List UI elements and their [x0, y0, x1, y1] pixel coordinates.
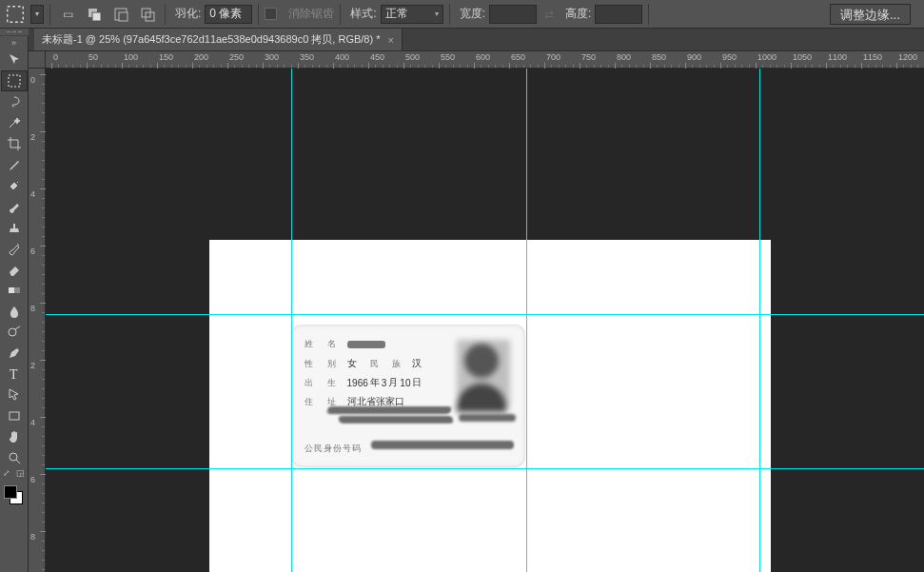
- id-label-dob: 出 生: [305, 377, 342, 389]
- style-label: 样式:: [350, 6, 376, 22]
- svg-rect-4: [119, 12, 128, 21]
- vertical-ruler[interactable]: 024682468: [29, 69, 46, 572]
- id-dob-year: 1966: [347, 378, 368, 388]
- healing-brush-tool-icon[interactable]: [1, 175, 28, 196]
- redaction: [338, 416, 453, 424]
- redaction: [371, 441, 514, 449]
- eraser-tool-icon[interactable]: [1, 259, 28, 280]
- selection-add-icon[interactable]: [83, 4, 106, 25]
- guide-vertical[interactable]: [759, 69, 760, 572]
- id-row-idnum: 公民身份号码: [305, 443, 362, 455]
- tool-preset-dropdown[interactable]: ▾: [30, 5, 44, 24]
- eyedropper-tool-icon[interactable]: [1, 154, 28, 175]
- lasso-tool-icon[interactable]: [1, 91, 28, 112]
- id-dob-month: 3: [382, 378, 387, 388]
- id-label-sex: 性 别: [305, 358, 342, 370]
- antialias-checkbox: [265, 8, 277, 20]
- style-select[interactable]: 正常 ▾: [381, 5, 443, 24]
- width-input: [489, 5, 537, 24]
- swatch-mini-controls[interactable]: ⤢◲: [0, 468, 28, 478]
- gradient-tool-icon[interactable]: [1, 280, 28, 301]
- marquee-tool-indicator-icon[interactable]: [4, 4, 27, 25]
- move-tool-icon[interactable]: [1, 49, 28, 70]
- svg-rect-12: [10, 412, 19, 420]
- hand-tool-icon[interactable]: [1, 426, 28, 447]
- swap-dimensions-icon: ⇄: [541, 8, 558, 21]
- zoom-tool-icon[interactable]: [1, 447, 28, 468]
- svg-rect-9: [9, 287, 14, 293]
- separator: [258, 4, 259, 25]
- toolbox-grip[interactable]: [0, 29, 29, 36]
- selection-intersect-icon[interactable]: [136, 4, 159, 25]
- id-label-name: 姓 名: [305, 338, 342, 350]
- id-photo: [457, 340, 510, 408]
- color-swatches[interactable]: [0, 482, 27, 508]
- refine-edge-button[interactable]: 调整边缘...: [830, 4, 911, 25]
- selection-subtract-icon[interactable]: [109, 4, 132, 25]
- dodge-tool-icon[interactable]: [1, 322, 28, 343]
- id-row-dob: 出 生 1966 年 3 月 10 日: [305, 376, 423, 389]
- clone-stamp-tool-icon[interactable]: [1, 217, 28, 238]
- feather-input[interactable]: [205, 5, 252, 24]
- id-card-image: 姓 名 性 别 女 民 族 汉 出 生 1966 年 3 月 10 日 住 址 …: [291, 325, 525, 467]
- chevron-down-icon: ▾: [435, 10, 439, 18]
- guide-horizontal[interactable]: [46, 468, 924, 469]
- ruler-origin[interactable]: [29, 51, 46, 69]
- path-selection-tool-icon[interactable]: [1, 385, 28, 405]
- separator: [648, 4, 649, 25]
- svg-rect-7: [9, 75, 20, 87]
- guide-vertical[interactable]: [526, 69, 527, 572]
- options-bar: ▾ ▭ 羽化: 消除锯齿 样式: 正常 ▾ 宽度: ⇄ 高度: 调整边缘...: [0, 0, 924, 29]
- document-viewport[interactable]: 姓 名 性 别 女 民 族 汉 出 生 1966 年 3 月 10 日 住 址 …: [46, 69, 924, 572]
- redaction: [459, 414, 516, 422]
- id-row-sex: 性 别 女 民 族 汉: [305, 357, 422, 370]
- rectangle-shape-tool-icon[interactable]: [1, 405, 28, 426]
- type-tool-icon[interactable]: T: [1, 364, 28, 385]
- height-input: [595, 5, 642, 24]
- redaction: [326, 406, 452, 414]
- brush-tool-icon[interactable]: [1, 196, 28, 217]
- foreground-color-swatch[interactable]: [4, 485, 17, 499]
- svg-rect-2: [92, 12, 101, 21]
- id-val-ethnic: 汉: [412, 357, 422, 370]
- separator: [49, 4, 50, 25]
- separator: [165, 4, 166, 25]
- separator: [340, 4, 341, 25]
- magic-wand-tool-icon[interactable]: [1, 112, 28, 133]
- horizontal-ruler[interactable]: 0501001502002503003504004505005506006507…: [46, 51, 924, 69]
- pen-tool-icon[interactable]: [1, 343, 28, 364]
- id-label-idnum: 公民身份号码: [305, 443, 362, 455]
- toolbox: » T ⤢◲: [0, 29, 29, 572]
- close-icon[interactable]: ×: [387, 34, 393, 46]
- blur-tool-icon[interactable]: [1, 301, 28, 322]
- id-val-sex: 女: [347, 357, 357, 370]
- width-label: 宽度:: [460, 6, 485, 22]
- guide-vertical[interactable]: [291, 69, 292, 572]
- crop-tool-icon[interactable]: [1, 133, 28, 154]
- svg-text:T: T: [10, 367, 18, 382]
- style-select-value: 正常: [385, 6, 408, 22]
- toolbox-collapse-icon[interactable]: »: [0, 36, 28, 49]
- marquee-tool-icon[interactable]: [1, 70, 28, 91]
- id-dob-day: 10: [400, 378, 410, 388]
- svg-point-10: [9, 328, 16, 336]
- guide-horizontal[interactable]: [46, 314, 924, 315]
- height-label: 高度:: [565, 6, 591, 22]
- separator: [449, 4, 450, 25]
- id-row-name: 姓 名: [305, 338, 385, 350]
- id-label-ethnic: 民 族: [370, 358, 407, 370]
- svg-point-13: [10, 453, 17, 461]
- document-tab[interactable]: 未标题-1 @ 25% (97a645f3ce762d11ae538e0d943…: [34, 29, 403, 50]
- document-tab-title: 未标题-1 @ 25% (97a645f3ce762d11ae538e0d943…: [42, 32, 380, 47]
- svg-rect-0: [8, 6, 24, 22]
- id-name-redacted: [347, 341, 385, 348]
- history-brush-tool-icon[interactable]: [1, 238, 28, 259]
- antialias-label: 消除锯齿: [288, 6, 334, 22]
- canvas-area: 0501001502002503003504004505005506006507…: [29, 51, 924, 572]
- selection-new-icon[interactable]: ▭: [56, 4, 79, 25]
- feather-label: 羽化:: [175, 6, 201, 22]
- document-tab-bar: 未标题-1 @ 25% (97a645f3ce762d11ae538e0d943…: [0, 29, 924, 51]
